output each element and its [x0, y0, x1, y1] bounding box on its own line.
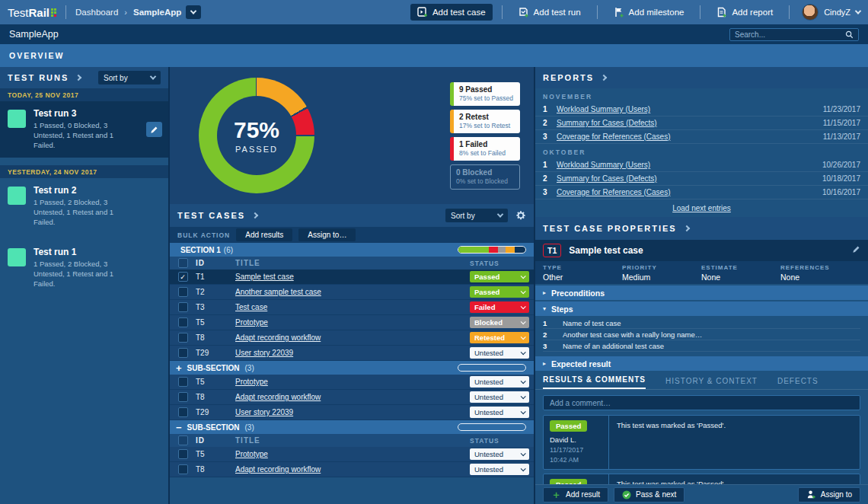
test-run-item[interactable]: Test run 3 1 Passed, 0 Blocked, 3 Untest…	[0, 101, 168, 158]
test-cases-title[interactable]: TEST CASES	[177, 211, 245, 220]
table-row[interactable]: T8 Adapt recording workflow Untested	[170, 390, 534, 405]
table-row[interactable]: T29 User story 22039 Untested	[170, 346, 534, 361]
status-dropdown[interactable]: Untested	[470, 448, 529, 460]
report-link[interactable]: Coverage for References (Cases)	[557, 188, 671, 196]
case-link[interactable]: Prototype	[235, 318, 268, 327]
table-row[interactable]: T29 User story 22039 Untested	[170, 405, 534, 420]
add-results-button[interactable]: Add results	[236, 228, 292, 241]
table-row[interactable]: T8 Adapt recording workflow Untested	[170, 462, 534, 477]
case-link[interactable]: User story 22039	[235, 349, 293, 357]
project-dropdown-button[interactable]	[186, 5, 201, 19]
case-link[interactable]: Adapt recording workflow	[235, 465, 321, 474]
report-link[interactable]: Coverage for References (Cases)	[557, 132, 671, 141]
row-checkbox[interactable]	[178, 348, 188, 358]
subsection-header[interactable]: − SUB-SECTION(3)	[170, 420, 534, 434]
case-link[interactable]: Prototype	[235, 450, 268, 458]
legend-retest[interactable]: 2 Retest 17% set to Retest	[450, 110, 520, 133]
tab-results-comments[interactable]: RESULTS & COMMENTS	[543, 375, 646, 389]
steps-toggle[interactable]: ▾ Steps	[535, 301, 868, 316]
test-run-item[interactable]: Test run 1 1 Passed, 2 Blocked, 3 Untest…	[0, 240, 168, 296]
test-runs-sort-dropdown[interactable]: Sort by	[98, 71, 161, 85]
row-checkbox[interactable]	[178, 287, 188, 297]
section-header[interactable]: SECTION 1 (6)	[170, 243, 534, 257]
comment-input[interactable]	[543, 395, 860, 410]
case-link[interactable]: Adapt recording workflow	[235, 393, 321, 401]
status-dropdown[interactable]: Untested	[470, 376, 529, 388]
report-link[interactable]: Summary for Cases (Defects)	[557, 119, 657, 127]
add-milestone-button[interactable]: Add milestone	[607, 4, 691, 21]
case-link[interactable]: User story 22039	[235, 408, 293, 416]
load-next-entries-link[interactable]: Load next entries	[672, 204, 731, 212]
table-row[interactable]: ✓ T1 Sample test case Passed	[170, 270, 534, 285]
report-link[interactable]: Summary for Cases (Defects)	[557, 174, 657, 183]
assign-to-button[interactable]: Assign to	[798, 487, 860, 502]
add-report-button[interactable]: Add report	[710, 4, 780, 21]
tab-defects[interactable]: DEFECTS	[777, 377, 819, 389]
testrail-logo[interactable]: TestRail	[8, 6, 56, 19]
table-row[interactable]: T2 Another sample test case Passed	[170, 285, 534, 300]
add-test-run-button[interactable]: Add test run	[512, 4, 588, 21]
legend-blocked[interactable]: 0 Blocked 0% set to Blocked	[450, 164, 520, 190]
row-checkbox[interactable]	[178, 302, 188, 312]
properties-title[interactable]: TEST CASE PROPERTIES	[543, 224, 677, 233]
legend-failed[interactable]: 1 Failed 8% set to Failed	[450, 137, 520, 161]
user-menu[interactable]: CindyZ	[802, 4, 860, 21]
test-run-item[interactable]: Test run 2 1 Passed, 2 Blocked, 3 Untest…	[0, 178, 168, 234]
status-dropdown[interactable]: Untested	[470, 464, 529, 475]
subsection-header[interactable]: + SUB-SECTION(3)	[170, 361, 534, 375]
case-link[interactable]: Test case	[235, 303, 267, 311]
settings-gear-icon[interactable]	[515, 210, 526, 221]
test-runs-title[interactable]: TEST RUNS	[8, 73, 69, 82]
row-checkbox[interactable]	[178, 464, 188, 474]
breadcrumb-project[interactable]: SampleApp	[133, 8, 181, 17]
reports-title[interactable]: REPORTS	[543, 73, 594, 82]
select-all-checkbox[interactable]	[178, 258, 188, 268]
row-checkbox[interactable]: ✓	[178, 272, 188, 282]
add-result-button[interactable]: ＋ Add result	[543, 487, 608, 502]
status-dropdown[interactable]: Untested	[470, 347, 529, 359]
preconditions-toggle[interactable]: ▸ Preconditions	[535, 285, 868, 300]
row-checkbox[interactable]	[178, 377, 188, 387]
report-month-label: OKTOBER	[535, 146, 868, 158]
status-dropdown[interactable]: Untested	[470, 407, 529, 418]
add-test-case-button[interactable]: Add test case	[410, 4, 493, 21]
edit-run-button[interactable]	[146, 122, 162, 137]
chevron-down-icon	[521, 451, 526, 456]
table-row[interactable]: T8 Adapt recording workflow Retested	[170, 330, 534, 346]
table-row[interactable]: T3 Test case Failed	[170, 300, 534, 315]
case-link[interactable]: Prototype	[235, 378, 268, 386]
tab-history-context[interactable]: HISTORY & CONTEXT	[665, 377, 758, 389]
status-dropdown[interactable]: Failed	[470, 301, 529, 313]
case-link[interactable]: Adapt recording workflow	[235, 333, 321, 342]
status-dropdown[interactable]: Untested	[470, 391, 529, 403]
edit-case-icon[interactable]	[852, 245, 860, 256]
row-checkbox[interactable]	[178, 392, 188, 402]
status-dropdown[interactable]: Blocked	[470, 317, 529, 328]
test-cases-sort-dropdown[interactable]: Sort by	[445, 209, 508, 222]
breadcrumb-dashboard[interactable]: Dashboard	[75, 8, 118, 17]
case-link[interactable]: Another sample test case	[235, 288, 321, 296]
assign-to-button[interactable]: Assign to…	[298, 228, 356, 241]
report-link[interactable]: Workload Summary (Users)	[557, 105, 650, 113]
row-checkbox[interactable]	[178, 449, 188, 459]
report-link[interactable]: Workload Summary (Users)	[557, 161, 650, 169]
row-checkbox[interactable]	[178, 407, 188, 417]
expand-plus-icon[interactable]: +	[176, 363, 182, 373]
table-row[interactable]: T5 Prototype Untested	[170, 375, 534, 390]
legend-passed[interactable]: 9 Passed 75% set to Passed	[450, 82, 520, 106]
search-input[interactable]	[735, 30, 845, 39]
search-icon[interactable]	[845, 30, 854, 39]
results-list[interactable]: Passed David L. 11/17/2017 10:42 AM This…	[535, 415, 868, 484]
status-dropdown[interactable]: Retested	[470, 332, 529, 343]
collapse-minus-icon[interactable]: −	[176, 423, 182, 432]
table-row[interactable]: T5 Prototype Blocked	[170, 315, 534, 330]
case-link[interactable]: Sample test case	[235, 273, 294, 281]
row-checkbox[interactable]	[178, 333, 188, 343]
row-checkbox[interactable]	[178, 317, 188, 327]
status-dropdown[interactable]: Passed	[470, 286, 529, 298]
status-dropdown[interactable]: Passed	[470, 271, 529, 282]
select-all-checkbox[interactable]	[178, 435, 188, 445]
pass-and-next-button[interactable]: Pass & next	[614, 487, 685, 502]
table-row[interactable]: T5 Prototype Untested	[170, 447, 534, 462]
expected-result-toggle[interactable]: ▸ Expected result	[535, 356, 868, 371]
